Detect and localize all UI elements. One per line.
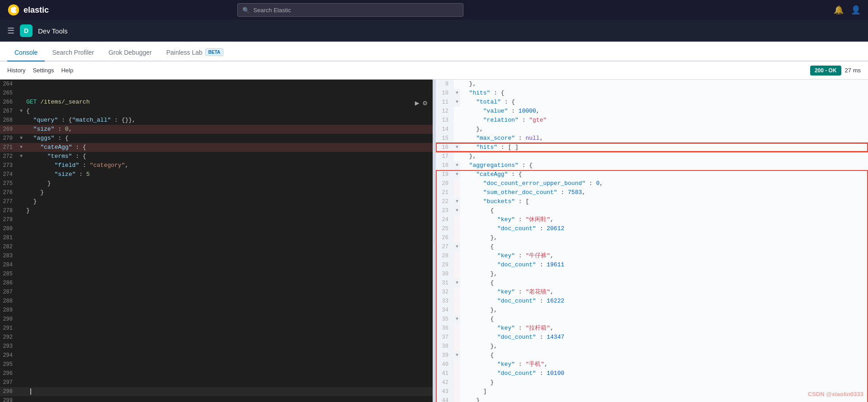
response-line: 43 ] bbox=[436, 387, 868, 396]
elastic-logo-icon bbox=[7, 4, 20, 16]
editor-toolbar: ▶ ⚙ bbox=[415, 99, 427, 108]
response-line: 37 "doc_count" : 14347 bbox=[436, 333, 868, 342]
notifications-icon[interactable]: 🔔 bbox=[834, 5, 844, 15]
response-line: 20 "doc_count_error_upper_bound" : 0, bbox=[436, 179, 868, 188]
response-line: 30 }, bbox=[436, 270, 868, 279]
beta-badge: BETA bbox=[205, 48, 223, 56]
editor-line: 264 bbox=[0, 80, 433, 89]
editor-line: 265 bbox=[0, 89, 433, 98]
editor-line: 288 bbox=[0, 297, 433, 306]
response-line: 40 "key" : "手机", bbox=[436, 360, 868, 369]
response-line: 35▼ { bbox=[436, 315, 868, 324]
editor-line: 274 "size" : 5 bbox=[0, 170, 433, 179]
editor-line: 292 bbox=[0, 333, 433, 342]
top-navigation: elastic 🔍 Search Elastic 🔔 👤 bbox=[0, 0, 868, 20]
response-line: 44 } bbox=[436, 396, 868, 402]
history-link[interactable]: History bbox=[7, 63, 25, 77]
response-line: 10▼ "hits" : { bbox=[436, 89, 868, 98]
tab-bar: Console Search Profiler Grok Debugger Pa… bbox=[0, 42, 868, 61]
tab-console[interactable]: Console bbox=[7, 44, 45, 61]
editor-line: 294 bbox=[0, 351, 433, 360]
help-link[interactable]: Help bbox=[61, 63, 73, 77]
response-line: 33 "doc_count" : 16222 bbox=[436, 297, 868, 306]
response-line: 39▼ { bbox=[436, 351, 868, 360]
editor-line: 270▼ "aggs" : { bbox=[0, 134, 433, 143]
editor-pane[interactable]: 264 265 ▶ ⚙ 266GET /items/_search267▼{26… bbox=[0, 80, 433, 402]
tab-search-profiler[interactable]: Search Profiler bbox=[45, 44, 101, 61]
editor-line: 295 bbox=[0, 360, 433, 369]
action-bar-status: 200 - OK 27 ms bbox=[810, 66, 861, 76]
editor-line: 275 } bbox=[0, 179, 433, 188]
response-line: 36 "key" : "拉杆箱", bbox=[436, 324, 868, 333]
editor-line: 278} bbox=[0, 206, 433, 215]
editor-line: 293 bbox=[0, 342, 433, 351]
response-line: 42 } bbox=[436, 378, 868, 387]
editor-line: 297 bbox=[0, 378, 433, 387]
response-pane[interactable]: 9 },10▼ "hits" : {11▼ "total" : {12 "val… bbox=[435, 80, 868, 402]
editor-line: 269 "size" : 0, bbox=[0, 125, 433, 134]
elastic-logo-text: elastic bbox=[24, 5, 49, 15]
editor-line: 291 bbox=[0, 324, 433, 333]
time-badge: 27 ms bbox=[845, 67, 861, 74]
response-line: 32 "key" : "老花镜", bbox=[436, 288, 868, 297]
run-button[interactable]: ▶ bbox=[415, 99, 420, 108]
hamburger-menu-icon[interactable]: ☰ bbox=[7, 26, 14, 36]
editor-line: 290 bbox=[0, 315, 433, 324]
editor-line: 268 "query" : {"match_all" : {}}, bbox=[0, 116, 433, 125]
response-line: 17 }, bbox=[436, 152, 868, 161]
user-avatar-icon[interactable]: 👤 bbox=[851, 5, 861, 15]
settings-link[interactable]: Settings bbox=[33, 63, 54, 77]
search-placeholder: Search Elastic bbox=[253, 7, 291, 14]
editor-line: 267▼{ bbox=[0, 107, 433, 116]
response-line: 25 "doc_count" : 20612 bbox=[436, 224, 868, 233]
response-line: 26 }, bbox=[436, 233, 868, 242]
response-line: 29 "doc_count" : 19611 bbox=[436, 260, 868, 270]
editor-line: 276 } bbox=[0, 188, 433, 197]
copy-button[interactable]: ⚙ bbox=[423, 99, 427, 108]
app-icon: D bbox=[20, 24, 33, 37]
response-line: 34 }, bbox=[436, 306, 868, 315]
editor-line: 286 bbox=[0, 279, 433, 288]
editor-line: 266GET /items/_search bbox=[0, 98, 433, 107]
editor-container: 264 265 ▶ ⚙ 266GET /items/_search267▼{26… bbox=[0, 80, 868, 402]
search-icon: 🔍 bbox=[242, 7, 250, 14]
response-line: 18▼ "aggregations" : { bbox=[436, 161, 868, 170]
editor-line: 271▼ "cateAgg" : { bbox=[0, 143, 433, 152]
editor-line: 299 bbox=[0, 396, 433, 402]
elastic-logo[interactable]: elastic bbox=[7, 4, 49, 16]
editor-line: 281 bbox=[0, 233, 433, 242]
response-line: 38 }, bbox=[436, 342, 868, 351]
response-line: 19▼ "cateAgg" : { bbox=[436, 170, 868, 179]
response-line: 14 }, bbox=[436, 125, 868, 134]
global-search-bar[interactable]: 🔍 Search Elastic bbox=[237, 3, 463, 17]
editor-line: 280 bbox=[0, 224, 433, 233]
action-bar: History Settings Help 200 - OK 27 ms bbox=[0, 61, 868, 80]
editor-line: 273 "field" : "category", bbox=[0, 161, 433, 170]
top-nav-right: 🔔 👤 bbox=[834, 5, 861, 15]
editor-line: 287 bbox=[0, 288, 433, 297]
editor-line: 285 bbox=[0, 270, 433, 279]
response-line: 13 "relation" : "gte" bbox=[436, 116, 868, 125]
app-title: Dev Tools bbox=[38, 27, 68, 35]
response-line: 21 "sum_other_doc_count" : 7583, bbox=[436, 188, 868, 197]
editor-line: 282 bbox=[0, 242, 433, 251]
editor-line: 272▼ "terms" : { bbox=[0, 152, 433, 161]
editor-line: 284 bbox=[0, 260, 433, 270]
editor-line: 283 bbox=[0, 251, 433, 260]
response-line: 24 "key" : "休闲鞋", bbox=[436, 215, 868, 224]
tab-grok-debugger[interactable]: Grok Debugger bbox=[101, 44, 159, 61]
response-line: 12 "value" : 10000, bbox=[436, 107, 868, 116]
response-line: 11▼ "total" : { bbox=[436, 98, 868, 107]
response-line: 27▼ { bbox=[436, 242, 868, 251]
status-badge: 200 - OK bbox=[810, 66, 841, 76]
secondary-navigation: ☰ D Dev Tools bbox=[0, 20, 868, 42]
response-line: 22▼ "buckets" : [ bbox=[436, 197, 868, 206]
editor-line: 296 bbox=[0, 369, 433, 378]
tab-painless-lab[interactable]: Painless Lab BETA bbox=[159, 44, 231, 61]
response-line: 23▼ { bbox=[436, 206, 868, 215]
response-line: 15 "max_score" : null, bbox=[436, 134, 868, 143]
response-line: 9 }, bbox=[436, 80, 868, 89]
response-line: 31▼ { bbox=[436, 279, 868, 288]
response-line: 41 "doc_count" : 10100 bbox=[436, 369, 868, 378]
editor-line: 298 bbox=[0, 387, 433, 396]
